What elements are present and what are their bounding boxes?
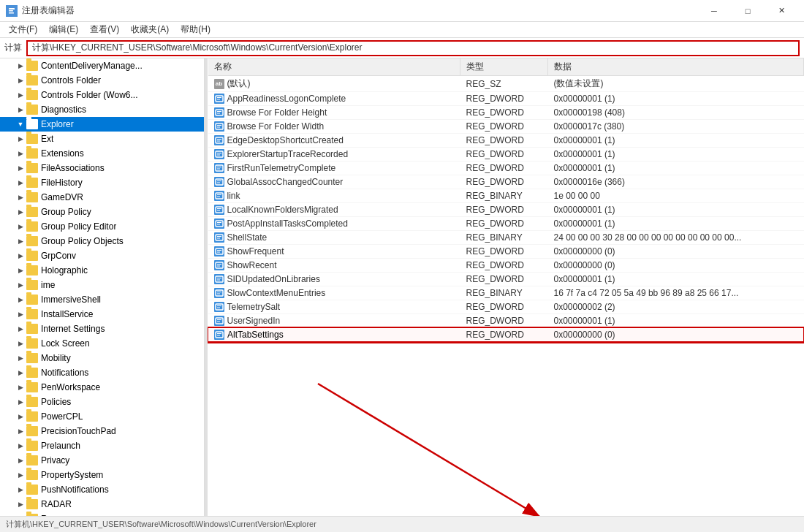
tree-expand-btn[interactable]: ▶: [15, 133, 26, 145]
tree-expand-btn[interactable]: ▶: [15, 411, 26, 422]
tree-item[interactable]: ▶Group Policy Editor: [0, 219, 204, 234]
tree-expand-btn[interactable]: ▶: [15, 206, 26, 218]
tree-expand-btn[interactable]: ▶: [15, 250, 26, 262]
tree-item[interactable]: ▶Controls Folder: [0, 73, 204, 88]
reg-type-icon: [214, 302, 224, 312]
tree-expand-btn[interactable]: ▶: [15, 367, 26, 379]
table-row[interactable]: linkREG_BINARY1e 00 00 00: [208, 189, 804, 203]
table-row[interactable]: PostAppInstallTasksCompletedREG_DWORD0x0…: [208, 217, 804, 231]
tree-expand-btn[interactable]: ▶: [15, 323, 26, 335]
tree-item[interactable]: ▶Holographic: [0, 263, 204, 278]
folder-icon: [26, 514, 38, 516]
tree-expand-btn[interactable]: ▶: [15, 177, 26, 189]
tree-expand-btn[interactable]: ▶: [15, 60, 26, 72]
tree-item[interactable]: ▶Extensions: [0, 146, 204, 161]
table-row[interactable]: ExplorerStartupTraceRecordedREG_DWORD0x0…: [208, 148, 804, 162]
tree-item[interactable]: ▶ImmersiveShell: [0, 292, 204, 307]
tree-expand-btn[interactable]: ▶: [15, 279, 26, 291]
tree-expand-btn[interactable]: ▶: [15, 381, 26, 393]
tree-item[interactable]: ▶PropertySystem: [0, 468, 204, 482]
tree-expand-btn[interactable]: ▶: [15, 455, 26, 466]
tree-item[interactable]: ▶GrpConv: [0, 248, 204, 263]
tree-item[interactable]: ▶Controls Folder (Wow6...: [0, 88, 204, 102]
minimize-button[interactable]: ─: [697, 0, 731, 22]
tree-item[interactable]: ▶Mobility: [0, 351, 204, 365]
table-row[interactable]: LocalKnownFoldersMigratedREG_DWORD0x0000…: [208, 203, 804, 217]
tree-expand-btn[interactable]: ▶: [15, 162, 26, 174]
tree-item[interactable]: ▶Notifications: [0, 365, 204, 380]
menu-item[interactable]: 收藏夹(A): [125, 22, 175, 37]
tree-item[interactable]: ▶FileAssociations: [0, 161, 204, 175]
table-row[interactable]: Browse For Folder WidthREG_DWORD0x000001…: [208, 120, 804, 134]
tree-item[interactable]: ▶Ext: [0, 132, 204, 146]
tree-item[interactable]: ▶ContentDeliveryManage...: [0, 58, 204, 73]
tree-expand-btn[interactable]: ▶: [15, 308, 26, 320]
table-row[interactable]: AppReadinessLogonCompleteREG_DWORD0x0000…: [208, 92, 804, 106]
tree-item[interactable]: ▶Lock Screen: [0, 336, 204, 351]
menu-item[interactable]: 文件(F): [3, 22, 43, 37]
col-name[interactable]: 名称: [208, 58, 460, 76]
tree-expand-btn[interactable]: ▶: [15, 338, 26, 349]
tree-item[interactable]: ▶Prelaunch: [0, 438, 204, 453]
menu-item[interactable]: 帮助(H): [175, 22, 216, 37]
col-type[interactable]: 类型: [460, 58, 548, 76]
tree-expand-btn[interactable]: ▶: [15, 104, 26, 115]
tree-expand-btn[interactable]: ▼: [15, 118, 26, 130]
tree-expand-btn[interactable]: ▶: [15, 148, 26, 159]
menu-item[interactable]: 编辑(E): [43, 22, 84, 37]
tree-expand-btn[interactable]: ▶: [15, 396, 26, 408]
tree-expand-btn[interactable]: ▶: [15, 352, 26, 364]
table-row[interactable]: ShowFrequentREG_DWORD0x00000000 (0): [208, 245, 804, 259]
tree-item[interactable]: ▶PenWorkspace: [0, 380, 204, 395]
tree-expand-btn[interactable]: ▶: [15, 425, 26, 437]
tree-expand-btn[interactable]: ▶: [15, 75, 26, 86]
tree-item[interactable]: ▶InstallService: [0, 307, 204, 322]
tree-item-label: PropertySystem: [41, 470, 103, 480]
tree-item[interactable]: ▶GameDVR: [0, 190, 204, 205]
tree-expand-btn[interactable]: ▶: [15, 513, 26, 516]
tree-item[interactable]: ▶RADAR: [0, 497, 204, 512]
table-row[interactable]: TelemetrySaltREG_DWORD0x00000002 (2): [208, 300, 804, 314]
svg-rect-7: [216, 110, 223, 115]
table-row[interactable]: AltTabSettingsREG_DWORD0x00000000 (0): [208, 328, 804, 342]
table-row[interactable]: ShellStateREG_BINARY24 00 00 00 30 28 00…: [208, 231, 804, 245]
tree-item[interactable]: ▶Group Policy: [0, 205, 204, 219]
tree-item[interactable]: ▶Run: [0, 512, 204, 516]
address-input[interactable]: [26, 40, 800, 56]
table-row[interactable]: ab(默认)REG_SZ(数值未设置): [208, 76, 804, 92]
close-button[interactable]: ✕: [765, 0, 798, 22]
tree-item[interactable]: ▶Internet Settings: [0, 322, 204, 336]
table-row[interactable]: ShowRecentREG_DWORD0x00000000 (0): [208, 259, 804, 273]
tree-expand-btn[interactable]: ▶: [15, 440, 26, 452]
tree-item[interactable]: ▶PushNotifications: [0, 482, 204, 497]
col-data[interactable]: 数据: [548, 58, 804, 76]
table-row[interactable]: UserSignedInREG_DWORD0x00000001 (1): [208, 314, 804, 328]
tree-expand-btn[interactable]: ▶: [15, 469, 26, 481]
menu-item[interactable]: 查看(V): [84, 22, 125, 37]
tree-expand-btn[interactable]: ▶: [15, 89, 26, 101]
tree-item[interactable]: ▶ime: [0, 278, 204, 292]
table-row[interactable]: Browse For Folder HeightREG_DWORD0x00000…: [208, 106, 804, 120]
tree-expand-btn[interactable]: ▶: [15, 294, 26, 305]
table-row[interactable]: FirstRunTelemetryCompleteREG_DWORD0x0000…: [208, 162, 804, 175]
table-row[interactable]: GlobalAssocChangedCounterREG_DWORD0x0000…: [208, 175, 804, 189]
tree-expand-btn[interactable]: ▶: [15, 221, 26, 232]
maximize-button[interactable]: □: [731, 0, 765, 22]
table-row[interactable]: SIDUpdatedOnLibrariesREG_DWORD0x00000001…: [208, 273, 804, 286]
tree-item[interactable]: ▼Explorer: [0, 117, 204, 132]
reg-entry-type: REG_DWORD: [460, 314, 548, 328]
table-row[interactable]: SlowContextMenuEntriesREG_BINARY16 7f 7a…: [208, 286, 804, 300]
tree-item[interactable]: ▶Policies: [0, 395, 204, 409]
tree-expand-btn[interactable]: ▶: [15, 265, 26, 276]
tree-item[interactable]: ▶PrecisionTouchPad: [0, 424, 204, 438]
tree-expand-btn[interactable]: ▶: [15, 484, 26, 495]
table-row[interactable]: EdgeDesktopShortcutCreatedREG_DWORD0x000…: [208, 134, 804, 148]
tree-item[interactable]: ▶PowerCPL: [0, 409, 204, 424]
tree-item[interactable]: ▶FileHistory: [0, 175, 204, 190]
tree-expand-btn[interactable]: ▶: [15, 191, 26, 203]
tree-item[interactable]: ▶Diagnostics: [0, 102, 204, 117]
tree-expand-btn[interactable]: ▶: [15, 498, 26, 510]
tree-item[interactable]: ▶Group Policy Objects: [0, 234, 204, 248]
tree-expand-btn[interactable]: ▶: [15, 235, 26, 247]
tree-item[interactable]: ▶Privacy: [0, 453, 204, 468]
